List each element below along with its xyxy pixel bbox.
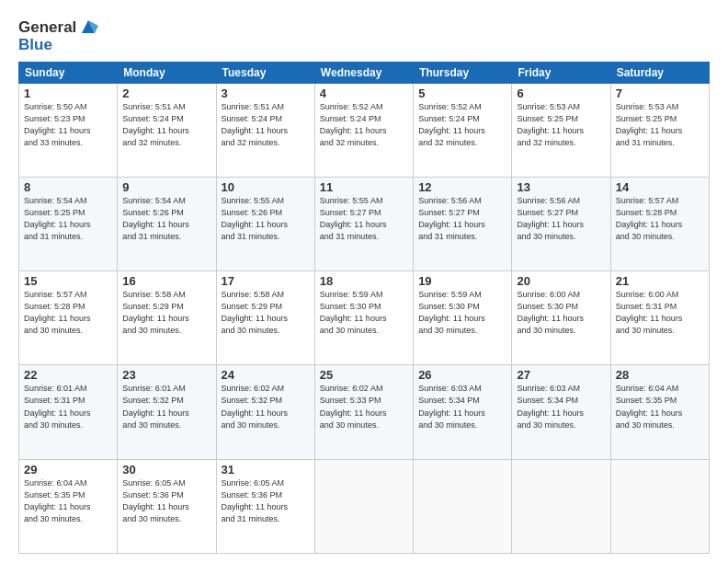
day-number: 9: [122, 180, 210, 194]
day-number: 7: [616, 86, 704, 100]
day-number: 2: [122, 86, 210, 100]
week-row-3: 15Sunrise: 5:57 AM Sunset: 5:28 PM Dayli…: [19, 271, 710, 365]
day-number: 18: [320, 274, 408, 288]
week-row-2: 8Sunrise: 5:54 AM Sunset: 5:25 PM Daylig…: [19, 177, 710, 270]
day-cell: [414, 459, 512, 553]
header-day-wednesday: Wednesday: [314, 62, 413, 83]
day-info: Sunrise: 5:54 AM Sunset: 5:26 PM Dayligh…: [122, 195, 210, 243]
day-info: Sunrise: 6:05 AM Sunset: 5:36 PM Dayligh…: [222, 477, 310, 525]
header: General Blue: [18, 15, 710, 54]
day-cell: 15Sunrise: 5:57 AM Sunset: 5:28 PM Dayli…: [19, 271, 118, 365]
day-number: 8: [24, 180, 112, 194]
logo-blue-text: Blue: [18, 36, 52, 53]
logo: General Blue: [18, 18, 98, 54]
day-cell: 16Sunrise: 5:58 AM Sunset: 5:29 PM Dayli…: [118, 271, 216, 365]
week-row-1: 1Sunrise: 5:50 AM Sunset: 5:23 PM Daylig…: [19, 83, 710, 177]
day-cell: 9Sunrise: 5:54 AM Sunset: 5:26 PM Daylig…: [118, 177, 216, 270]
header-day-sunday: Sunday: [19, 62, 118, 83]
day-number: 12: [418, 180, 506, 194]
day-cell: 28Sunrise: 6:04 AM Sunset: 5:35 PM Dayli…: [610, 365, 709, 459]
day-cell: 13Sunrise: 5:56 AM Sunset: 5:27 PM Dayli…: [512, 177, 610, 270]
week-row-5: 29Sunrise: 6:04 AM Sunset: 5:35 PM Dayli…: [19, 459, 710, 553]
day-number: 25: [320, 368, 408, 382]
day-number: 20: [517, 274, 605, 288]
day-cell: [610, 459, 709, 553]
day-cell: 3Sunrise: 5:51 AM Sunset: 5:24 PM Daylig…: [216, 83, 314, 177]
day-cell: 1Sunrise: 5:50 AM Sunset: 5:23 PM Daylig…: [19, 83, 118, 177]
day-info: Sunrise: 6:00 AM Sunset: 5:30 PM Dayligh…: [517, 289, 605, 337]
day-info: Sunrise: 6:05 AM Sunset: 5:36 PM Dayligh…: [122, 477, 210, 525]
day-number: 15: [24, 274, 112, 288]
day-number: 26: [418, 368, 506, 382]
day-cell: 11Sunrise: 5:55 AM Sunset: 5:27 PM Dayli…: [314, 177, 413, 270]
day-cell: 20Sunrise: 6:00 AM Sunset: 5:30 PM Dayli…: [512, 271, 610, 365]
day-info: Sunrise: 5:59 AM Sunset: 5:30 PM Dayligh…: [418, 289, 506, 337]
day-info: Sunrise: 6:03 AM Sunset: 5:34 PM Dayligh…: [517, 383, 605, 431]
day-info: Sunrise: 5:57 AM Sunset: 5:28 PM Dayligh…: [616, 195, 704, 243]
day-info: Sunrise: 5:58 AM Sunset: 5:29 PM Dayligh…: [222, 289, 310, 337]
day-info: Sunrise: 5:53 AM Sunset: 5:25 PM Dayligh…: [616, 101, 704, 149]
day-info: Sunrise: 5:56 AM Sunset: 5:27 PM Dayligh…: [517, 195, 605, 243]
day-number: 4: [320, 86, 408, 100]
day-cell: 12Sunrise: 5:56 AM Sunset: 5:27 PM Dayli…: [414, 177, 512, 270]
day-info: Sunrise: 6:01 AM Sunset: 5:31 PM Dayligh…: [24, 383, 112, 431]
logo-text: General: [18, 19, 76, 37]
day-number: 29: [24, 463, 112, 477]
day-info: Sunrise: 6:02 AM Sunset: 5:33 PM Dayligh…: [320, 383, 408, 431]
day-number: 14: [616, 180, 704, 194]
day-cell: 19Sunrise: 5:59 AM Sunset: 5:30 PM Dayli…: [414, 271, 512, 365]
day-info: Sunrise: 5:51 AM Sunset: 5:24 PM Dayligh…: [122, 101, 210, 149]
day-info: Sunrise: 5:50 AM Sunset: 5:23 PM Dayligh…: [24, 101, 112, 149]
day-info: Sunrise: 5:55 AM Sunset: 5:27 PM Dayligh…: [320, 195, 408, 243]
day-cell: [512, 459, 610, 553]
header-day-thursday: Thursday: [414, 62, 512, 83]
day-info: Sunrise: 6:02 AM Sunset: 5:32 PM Dayligh…: [222, 383, 310, 431]
day-info: Sunrise: 5:57 AM Sunset: 5:28 PM Dayligh…: [24, 289, 112, 337]
day-info: Sunrise: 5:53 AM Sunset: 5:25 PM Dayligh…: [517, 101, 605, 149]
day-number: 3: [222, 86, 310, 100]
day-cell: 30Sunrise: 6:05 AM Sunset: 5:36 PM Dayli…: [118, 459, 216, 553]
day-info: Sunrise: 6:03 AM Sunset: 5:34 PM Dayligh…: [418, 383, 506, 431]
day-cell: 26Sunrise: 6:03 AM Sunset: 5:34 PM Dayli…: [414, 365, 512, 459]
logo-icon: [78, 17, 98, 37]
day-cell: 5Sunrise: 5:52 AM Sunset: 5:24 PM Daylig…: [414, 83, 512, 177]
day-number: 30: [122, 463, 210, 477]
day-number: 31: [222, 463, 310, 477]
header-row: SundayMondayTuesdayWednesdayThursdayFrid…: [19, 62, 710, 83]
day-cell: 17Sunrise: 5:58 AM Sunset: 5:29 PM Dayli…: [216, 271, 314, 365]
day-number: 1: [24, 86, 112, 100]
page: General Blue SundayMondayTuesdayWednesda…: [0, 0, 728, 563]
day-number: 19: [418, 274, 506, 288]
day-cell: 29Sunrise: 6:04 AM Sunset: 5:35 PM Dayli…: [19, 459, 118, 553]
day-cell: 6Sunrise: 5:53 AM Sunset: 5:25 PM Daylig…: [512, 83, 610, 177]
day-info: Sunrise: 5:58 AM Sunset: 5:29 PM Dayligh…: [122, 289, 210, 337]
day-cell: 18Sunrise: 5:59 AM Sunset: 5:30 PM Dayli…: [314, 271, 413, 365]
day-info: Sunrise: 5:59 AM Sunset: 5:30 PM Dayligh…: [320, 289, 408, 337]
day-cell: 25Sunrise: 6:02 AM Sunset: 5:33 PM Dayli…: [314, 365, 413, 459]
day-cell: 2Sunrise: 5:51 AM Sunset: 5:24 PM Daylig…: [118, 83, 216, 177]
day-cell: 4Sunrise: 5:52 AM Sunset: 5:24 PM Daylig…: [314, 83, 413, 177]
day-info: Sunrise: 6:00 AM Sunset: 5:31 PM Dayligh…: [616, 289, 704, 337]
day-info: Sunrise: 6:04 AM Sunset: 5:35 PM Dayligh…: [616, 383, 704, 431]
day-number: 6: [517, 86, 605, 100]
calendar-table: SundayMondayTuesdayWednesdayThursdayFrid…: [18, 62, 710, 554]
day-cell: 14Sunrise: 5:57 AM Sunset: 5:28 PM Dayli…: [610, 177, 709, 270]
day-cell: 21Sunrise: 6:00 AM Sunset: 5:31 PM Dayli…: [610, 271, 709, 365]
day-number: 16: [122, 274, 210, 288]
day-cell: 10Sunrise: 5:55 AM Sunset: 5:26 PM Dayli…: [216, 177, 314, 270]
day-number: 24: [222, 368, 310, 382]
day-info: Sunrise: 5:55 AM Sunset: 5:26 PM Dayligh…: [222, 195, 310, 243]
day-cell: 22Sunrise: 6:01 AM Sunset: 5:31 PM Dayli…: [19, 365, 118, 459]
header-day-saturday: Saturday: [610, 62, 709, 83]
day-number: 22: [24, 368, 112, 382]
day-cell: 23Sunrise: 6:01 AM Sunset: 5:32 PM Dayli…: [118, 365, 216, 459]
header-day-tuesday: Tuesday: [216, 62, 314, 83]
calendar-body: 1Sunrise: 5:50 AM Sunset: 5:23 PM Daylig…: [19, 83, 710, 553]
header-day-friday: Friday: [512, 62, 610, 83]
day-info: Sunrise: 5:56 AM Sunset: 5:27 PM Dayligh…: [418, 195, 506, 243]
day-number: 28: [616, 368, 704, 382]
day-number: 5: [418, 86, 506, 100]
day-info: Sunrise: 5:52 AM Sunset: 5:24 PM Dayligh…: [320, 101, 408, 149]
day-number: 23: [122, 368, 210, 382]
week-row-4: 22Sunrise: 6:01 AM Sunset: 5:31 PM Dayli…: [19, 365, 710, 459]
